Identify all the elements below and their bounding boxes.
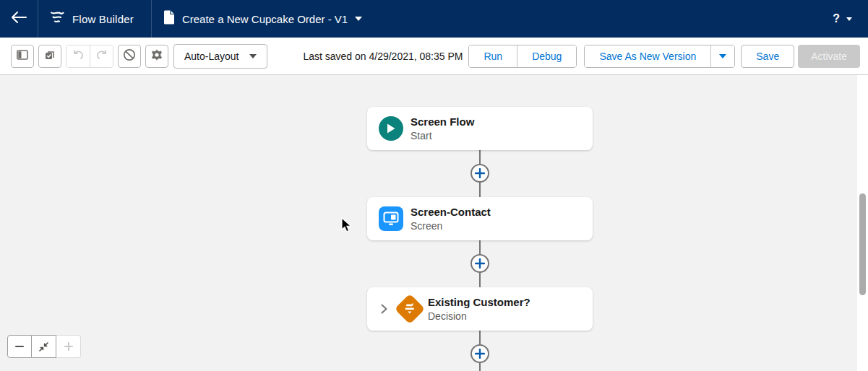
add-element-button[interactable]	[470, 164, 489, 183]
layout-selector[interactable]: Auto-Layout	[173, 44, 267, 69]
app-name-section: Flow Builder	[38, 0, 151, 38]
back-button[interactable]	[0, 0, 38, 38]
plus-icon	[475, 168, 485, 178]
flow-settings-button[interactable]	[145, 45, 168, 68]
plus-icon	[475, 258, 485, 269]
node-subtitle: Start	[411, 129, 474, 142]
chevron-down-icon	[249, 54, 257, 58]
save-as-new-version-button[interactable]: Save As New Version	[585, 45, 710, 67]
square-check-icon	[44, 49, 56, 64]
debug-button[interactable]: Debug	[517, 45, 576, 67]
save-button[interactable]: Save	[741, 45, 794, 68]
plus-icon	[64, 341, 74, 352]
node-title: Screen Flow	[411, 115, 474, 128]
circle-slash-icon	[123, 48, 136, 64]
flow-toolbar: Auto-Layout Last saved on 4/29/2021, 08:…	[0, 38, 868, 75]
gear-icon	[150, 48, 163, 64]
node-title: Existing Customer?	[428, 295, 530, 309]
help-menu[interactable]: ?	[833, 0, 868, 38]
arrow-left-icon	[11, 12, 27, 26]
chevron-right-icon	[381, 304, 387, 314]
vertical-scrollbar-thumb[interactable]	[859, 193, 866, 295]
vertical-scrollbar-track[interactable]	[857, 75, 868, 371]
decision-element-icon	[395, 294, 425, 324]
node-title: Screen-Contact	[411, 205, 491, 219]
activate-button[interactable]: Activate	[798, 45, 860, 68]
select-elements-button[interactable]	[38, 45, 61, 68]
collapse-arrows-icon	[38, 341, 49, 352]
redo-button[interactable]	[90, 45, 113, 67]
add-element-button[interactable]	[470, 344, 489, 363]
chevron-down-icon	[355, 17, 362, 21]
undo-icon	[72, 50, 84, 63]
undo-button[interactable]	[66, 45, 90, 67]
add-element-button[interactable]	[470, 254, 489, 273]
screen-flow-start-icon	[379, 116, 403, 141]
zoom-out-button[interactable]	[7, 335, 32, 358]
flow-title-menu[interactable]: Create a New Cupcake Order - V1	[152, 0, 374, 38]
redo-icon	[96, 50, 108, 63]
help-label: ?	[833, 12, 840, 25]
chevron-down-icon	[846, 17, 852, 21]
zoom-in-button[interactable]	[56, 335, 81, 358]
run-debug-group: Run Debug	[468, 45, 577, 68]
expand-branches-button[interactable]	[379, 304, 389, 314]
toolbox-panel-icon	[17, 50, 28, 63]
fit-to-view-button[interactable]	[32, 335, 56, 358]
undo-redo-group	[66, 45, 113, 68]
plus-icon	[475, 349, 485, 359]
flow-node-start[interactable]: Screen Flow Start	[367, 107, 593, 150]
document-icon	[163, 10, 175, 27]
chevron-down-icon	[719, 54, 726, 58]
last-saved-status: Last saved on 4/29/2021, 08:35 PM	[303, 51, 463, 62]
flow-node-existing-customer[interactable]: Existing Customer? Decision	[367, 287, 593, 331]
flow-builder-logo-icon	[50, 9, 65, 28]
screen-element-icon	[379, 206, 403, 231]
layout-selector-value: Auto-Layout	[184, 51, 239, 62]
node-subtitle: Screen	[411, 219, 491, 232]
flow-title: Create a New Cupcake Order - V1	[182, 13, 348, 25]
flow-canvas[interactable]: Screen Flow Start Screen-Contact Screen	[0, 75, 868, 371]
node-subtitle: Decision	[428, 310, 530, 323]
app-name: Flow Builder	[72, 13, 134, 25]
flow-node-screen-contact[interactable]: Screen-Contact Screen	[367, 197, 593, 240]
zoom-controls	[7, 335, 81, 358]
save-as-dropdown-button[interactable]	[710, 45, 734, 67]
flow-builder-header: Flow Builder Create a New Cupcake Order …	[0, 0, 868, 38]
minus-icon	[14, 341, 25, 352]
view-errors-button[interactable]	[118, 45, 141, 68]
run-button[interactable]: Run	[469, 45, 517, 67]
toggle-panel-button[interactable]	[11, 45, 34, 68]
save-as-group: Save As New Version	[584, 45, 735, 68]
